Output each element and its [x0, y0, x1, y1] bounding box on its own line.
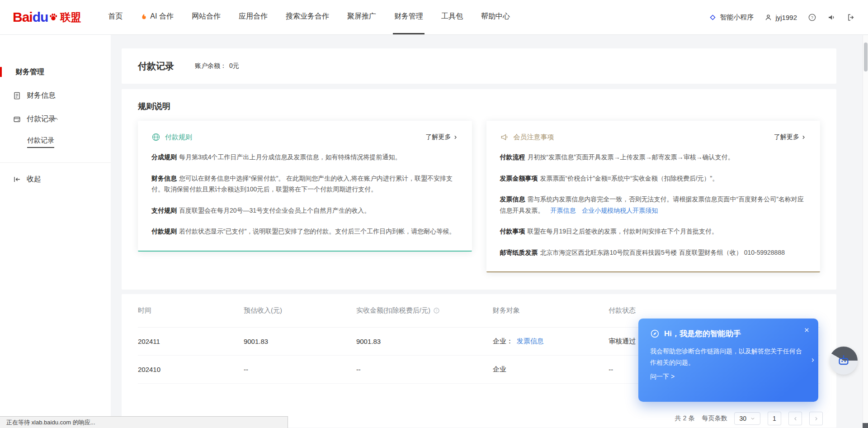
more-label: 了解更多 — [774, 133, 799, 141]
rule-item: 付款事项联盟在每月19日之后签收的发票，付款时间安排在下个月首批支付。 — [500, 226, 807, 237]
assistant-popup: Hi，我是您的智能助手 我会帮助您诊断合作链路问题，以及解答您关于任何合作相关的… — [638, 319, 818, 402]
page-number-button[interactable]: 1 — [768, 412, 781, 425]
payment-rules-panel: 付款规则 了解更多 分成规则每月第3或4个工作日产出上月分成信息及发票信息，如有… — [138, 121, 472, 252]
balance-card: 付款记录 账户余额： 0元 — [122, 48, 836, 84]
nav-item-finance-mgmt[interactable]: 财务管理 — [393, 0, 425, 34]
miniprogram-label: 智能小程序 — [720, 13, 754, 22]
nav-item-screen-ads[interactable]: 聚屏推广 — [346, 0, 377, 34]
rule-label: 付款事项 — [500, 228, 525, 235]
sidebar-item-finance-info[interactable]: 财务信息 — [0, 84, 111, 107]
invoice-info-link[interactable]: 开票信息 — [550, 207, 576, 214]
balance-label: 账户余额： — [195, 62, 226, 70]
col-header-entity: 财务对象 — [493, 306, 609, 315]
sidebar-label: 收起 — [27, 175, 41, 184]
rule-text: 月初按“发票信息”页面开具发票→上传发票→邮寄发票→审核→确认支付。 — [528, 153, 734, 161]
user-account[interactable]: jyj1992 — [764, 14, 797, 21]
rule-text: 每月第3或4个工作日产出上月分成信息及发票信息，如有特殊情况将提前通知。 — [179, 153, 401, 161]
prev-page-button[interactable] — [788, 412, 802, 425]
rule-item: 付款流程月初按“发票信息”页面开具发票→上传发票→邮寄发票→审核→确认支付。 — [500, 152, 807, 163]
topnav-right: 智能小程序 jyj1992 ? — [709, 0, 855, 34]
rule-label: 邮寄纸质发票 — [500, 249, 538, 256]
rule-item: 支付规则百度联盟会在每月20号—31号支付企业会员上个自然月产生的收入。 — [151, 205, 458, 216]
invoice-info-cell-link[interactable]: 发票信息 — [517, 337, 544, 345]
total-count: 共 2 条 — [675, 414, 695, 423]
svg-text:?: ? — [436, 309, 438, 312]
compass-icon — [650, 329, 660, 338]
expand-chevron-icon[interactable] — [810, 357, 816, 363]
small-taxpayer-notice-link[interactable]: 企业小规模纳税人开票须知 — [582, 207, 658, 214]
col-header-status: 付款状态 — [609, 306, 820, 315]
nav-item-home[interactable]: 首页 — [107, 0, 124, 34]
payment-rules-head: 付款规则 了解更多 — [151, 133, 458, 142]
primary-nav: 首页 AI 合作 网站合作 应用合作 搜索业务合作 聚屏推广 财务管理 工具包 … — [99, 0, 519, 34]
entity-label: 企业： — [493, 337, 513, 345]
payment-rules-title: 付款规则 — [165, 133, 192, 142]
close-icon[interactable] — [803, 327, 810, 333]
megaphone-icon — [500, 133, 509, 142]
chevron-right-icon — [453, 134, 458, 140]
miniprogram-entry[interactable]: 智能小程序 — [709, 13, 754, 22]
next-page-button[interactable] — [809, 412, 823, 425]
member-notes-panel: 会员注意事项 了解更多 付款流程月初按“发票信息”页面开具发票→上传发票→邮寄发… — [486, 121, 821, 272]
rule-item: 付款规则若付款状态显示“已支付”，说明联盟已安排了您的付款。支付后三个工作日内到… — [151, 226, 458, 237]
cell-time: 202411 — [138, 338, 244, 345]
diamond-icon — [709, 14, 717, 21]
cell-entity: 企业： 发票信息 — [493, 337, 609, 346]
logout-icon[interactable] — [847, 13, 855, 22]
page-size-label: 每页条数 — [702, 414, 727, 423]
nav-label: 工具包 — [441, 12, 463, 21]
rule-item: 邮寄纸质发票北京市海淀区西北旺东路10号院百度科技园5号楼 百度联盟财务组（收）… — [500, 247, 807, 258]
baidu-union-logo[interactable]: Bai du 联盟 — [13, 0, 81, 34]
rule-label: 支付规则 — [151, 207, 177, 214]
svg-text:?: ? — [811, 15, 813, 19]
logo-union-text: 联盟 — [60, 10, 81, 24]
chevron-down-icon — [750, 416, 755, 421]
help-circle-icon[interactable]: ? — [808, 13, 816, 22]
document-icon — [13, 91, 21, 100]
sidebar-item-finance-mgmt[interactable]: 财务管理 — [0, 60, 111, 84]
nav-item-toolkit[interactable]: 工具包 — [440, 0, 464, 34]
scrollbar-track — [863, 35, 868, 428]
sidebar-subitem-payment-records[interactable]: 付款记录 — [0, 131, 111, 153]
page-size-value: 30 — [739, 415, 746, 422]
nav-label: 网站合作 — [192, 12, 221, 21]
scrollbar-thumb[interactable] — [864, 43, 868, 71]
cell-actual: -- — [356, 366, 493, 373]
assistant-robot-fab[interactable] — [831, 348, 856, 373]
col-header-estimate: 预估收入(元) — [244, 306, 356, 315]
sidebar: 财务管理 财务信息 付款记录 付款记录 收起 — [0, 35, 111, 428]
rule-label: 付款规则 — [151, 228, 177, 235]
nav-item-search-coop[interactable]: 搜索业务合作 — [284, 0, 330, 34]
nav-item-ai-coop[interactable]: AI 合作 — [139, 0, 175, 34]
assistant-head: Hi，我是您的智能助手 — [650, 328, 807, 339]
page-size-select[interactable]: 30 — [734, 412, 760, 425]
rule-text: 发票票面“价税合计”金额=系统中“实收金额（扣除税费后/元）”。 — [540, 175, 719, 182]
rule-label: 付款流程 — [500, 153, 525, 161]
sidebar-item-payment-records[interactable]: 付款记录 — [0, 107, 111, 131]
nav-label: 首页 — [108, 12, 123, 21]
sidebar-collapse-button[interactable]: 收起 — [0, 167, 111, 191]
question-circle-icon[interactable]: ? — [433, 307, 440, 314]
nav-item-website-coop[interactable]: 网站合作 — [190, 0, 222, 34]
top-nav: Bai du 联盟 首页 AI 合作 网站合作 应用合作 搜索业务合作 聚屏推广… — [0, 0, 868, 35]
flame-icon — [141, 13, 147, 20]
rule-item: 发票金额事项发票票面“价税合计”金额=系统中“实收金额（扣除税费后/元）”。 — [500, 173, 807, 184]
rule-label: 财务信息 — [151, 175, 177, 182]
speaker-icon[interactable] — [827, 13, 836, 22]
rules-panels: 付款规则 了解更多 分成规则每月第3或4个工作日产出上月分成信息及发票信息，如有… — [138, 121, 820, 272]
nav-item-app-coop[interactable]: 应用合作 — [237, 0, 269, 34]
ask-now-link[interactable]: 问一下 > — [650, 373, 675, 381]
scrollbar-corner — [863, 423, 868, 428]
nav-item-help-center[interactable]: 帮助中心 — [480, 0, 511, 34]
account-balance: 账户余额： 0元 — [195, 62, 239, 70]
status-bar: 正在等待 xlab.baidu.com 的响应... — [0, 416, 288, 428]
payment-rules-more-link[interactable]: 了解更多 — [426, 133, 458, 141]
chevron-up-icon — [53, 116, 59, 122]
rule-label: 发票信息 — [500, 195, 525, 203]
member-notes-more-link[interactable]: 了解更多 — [774, 133, 807, 141]
paw-icon — [48, 12, 58, 22]
nav-label: 帮助中心 — [481, 12, 510, 21]
cell-estimate: -- — [244, 366, 356, 373]
assistant-body: 我会帮助您诊断合作链路问题，以及解答您关于任何合作相关的问题。 — [650, 346, 807, 368]
rule-text: 百度联盟会在每月20号—31号支付企业会员上个自然月产生的收入。 — [179, 207, 370, 214]
